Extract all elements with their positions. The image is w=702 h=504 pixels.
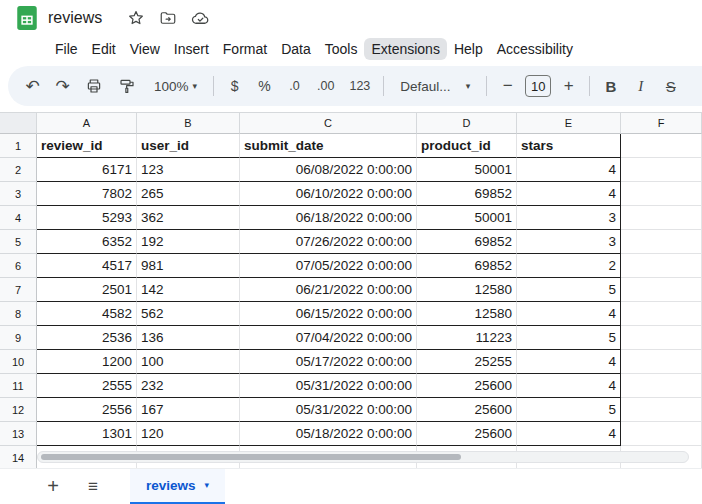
- move-folder-icon[interactable]: [156, 6, 180, 30]
- cell-B11[interactable]: 232: [137, 374, 240, 398]
- cell-B2[interactable]: 123: [137, 158, 240, 182]
- cell-D13[interactable]: 25600: [417, 422, 517, 446]
- cell-D4[interactable]: 50001: [417, 206, 517, 230]
- horizontal-scrollbar[interactable]: [37, 451, 689, 463]
- italic-button[interactable]: I: [628, 73, 653, 99]
- cell-C3[interactable]: 06/10/2022 0:00:00: [240, 182, 417, 206]
- add-sheet-button[interactable]: +: [38, 472, 68, 502]
- cell-D8[interactable]: 12580: [417, 302, 517, 326]
- decrease-decimal-button[interactable]: .0: [282, 73, 307, 99]
- cell-F13[interactable]: [621, 422, 702, 446]
- cell-B13[interactable]: 120: [137, 422, 240, 446]
- star-icon[interactable]: [124, 6, 148, 30]
- cell-C4[interactable]: 06/18/2022 0:00:00: [240, 206, 417, 230]
- redo-button[interactable]: ↷: [50, 73, 75, 99]
- cell-A9[interactable]: 2536: [37, 326, 137, 350]
- row-number-12[interactable]: 12: [0, 398, 37, 422]
- row-number-5[interactable]: 5: [0, 230, 37, 254]
- cell-F5[interactable]: [621, 230, 702, 254]
- bold-button[interactable]: B: [598, 73, 623, 99]
- cell-E13[interactable]: 4: [517, 422, 621, 446]
- cell-C1[interactable]: submit_date: [240, 134, 417, 158]
- cell-B8[interactable]: 562: [137, 302, 240, 326]
- more-formats-button[interactable]: 123: [344, 73, 375, 99]
- cell-D5[interactable]: 69852: [417, 230, 517, 254]
- row-number-6[interactable]: 6: [0, 254, 37, 278]
- row-number-13[interactable]: 13: [0, 422, 37, 446]
- cell-C7[interactable]: 06/21/2022 0:00:00: [240, 278, 417, 302]
- cell-D9[interactable]: 11223: [417, 326, 517, 350]
- menu-item-extensions[interactable]: Extensions: [364, 38, 446, 60]
- cell-E8[interactable]: 4: [517, 302, 621, 326]
- cell-A5[interactable]: 6352: [37, 230, 137, 254]
- cell-D10[interactable]: 25255: [417, 350, 517, 374]
- strikethrough-button[interactable]: S: [658, 73, 683, 99]
- document-title[interactable]: reviews: [48, 9, 102, 27]
- print-button[interactable]: [80, 73, 108, 99]
- cell-D1[interactable]: product_id: [417, 134, 517, 158]
- paint-format-button[interactable]: [113, 73, 141, 99]
- menu-item-data[interactable]: Data: [274, 38, 318, 60]
- cell-A8[interactable]: 4582: [37, 302, 137, 326]
- cell-B5[interactable]: 192: [137, 230, 240, 254]
- sheet-tab-reviews[interactable]: reviews ▾: [130, 469, 225, 504]
- all-sheets-button[interactable]: ≡: [78, 472, 108, 502]
- cell-F9[interactable]: [621, 326, 702, 350]
- menu-item-help[interactable]: Help: [447, 38, 490, 60]
- cell-A4[interactable]: 5293: [37, 206, 137, 230]
- column-header-A[interactable]: A: [37, 112, 137, 134]
- cell-A11[interactable]: 2555: [37, 374, 137, 398]
- cell-C6[interactable]: 07/05/2022 0:00:00: [240, 254, 417, 278]
- column-header-C[interactable]: C: [240, 112, 417, 134]
- cell-D12[interactable]: 25600: [417, 398, 517, 422]
- cell-F7[interactable]: [621, 278, 702, 302]
- cell-E2[interactable]: 4: [517, 158, 621, 182]
- cell-A2[interactable]: 6171: [37, 158, 137, 182]
- row-number-7[interactable]: 7: [0, 278, 37, 302]
- cell-C10[interactable]: 05/17/2022 0:00:00: [240, 350, 417, 374]
- increase-decimal-button[interactable]: .00: [312, 73, 339, 99]
- cell-F3[interactable]: [621, 182, 702, 206]
- row-number-8[interactable]: 8: [0, 302, 37, 326]
- cell-E11[interactable]: 4: [517, 374, 621, 398]
- increase-font-size-button[interactable]: +: [556, 73, 581, 99]
- cell-E6[interactable]: 2: [517, 254, 621, 278]
- cell-F6[interactable]: [621, 254, 702, 278]
- menu-item-view[interactable]: View: [123, 38, 167, 60]
- cell-E10[interactable]: 4: [517, 350, 621, 374]
- row-number-1[interactable]: 1: [0, 134, 37, 158]
- cell-B6[interactable]: 981: [137, 254, 240, 278]
- row-number-14[interactable]: 14: [0, 446, 37, 470]
- cell-A10[interactable]: 1200: [37, 350, 137, 374]
- menu-item-tools[interactable]: Tools: [318, 38, 365, 60]
- font-select[interactable]: Defaul... ▾: [392, 73, 478, 99]
- cell-B9[interactable]: 136: [137, 326, 240, 350]
- row-number-10[interactable]: 10: [0, 350, 37, 374]
- row-number-3[interactable]: 3: [0, 182, 37, 206]
- font-size-input[interactable]: 10: [525, 75, 551, 97]
- select-all-corner[interactable]: [0, 112, 37, 134]
- cell-F2[interactable]: [621, 158, 702, 182]
- cell-F1[interactable]: [621, 134, 702, 158]
- cell-E7[interactable]: 5: [517, 278, 621, 302]
- undo-button[interactable]: ↶: [20, 73, 45, 99]
- cell-E4[interactable]: 3: [517, 206, 621, 230]
- sheets-logo-icon[interactable]: [14, 5, 40, 31]
- cell-C11[interactable]: 05/31/2022 0:00:00: [240, 374, 417, 398]
- cell-E5[interactable]: 3: [517, 230, 621, 254]
- column-header-F[interactable]: F: [621, 112, 702, 134]
- menu-item-insert[interactable]: Insert: [167, 38, 216, 60]
- cell-C2[interactable]: 06/08/2022 0:00:00: [240, 158, 417, 182]
- cell-A7[interactable]: 2501: [37, 278, 137, 302]
- row-number-11[interactable]: 11: [0, 374, 37, 398]
- cell-E3[interactable]: 4: [517, 182, 621, 206]
- cell-D3[interactable]: 69852: [417, 182, 517, 206]
- cell-D11[interactable]: 25600: [417, 374, 517, 398]
- cell-B4[interactable]: 362: [137, 206, 240, 230]
- cell-C12[interactable]: 05/31/2022 0:00:00: [240, 398, 417, 422]
- menu-item-edit[interactable]: Edit: [85, 38, 123, 60]
- cell-C9[interactable]: 07/04/2022 0:00:00: [240, 326, 417, 350]
- cell-F10[interactable]: [621, 350, 702, 374]
- cell-F12[interactable]: [621, 398, 702, 422]
- cell-E12[interactable]: 5: [517, 398, 621, 422]
